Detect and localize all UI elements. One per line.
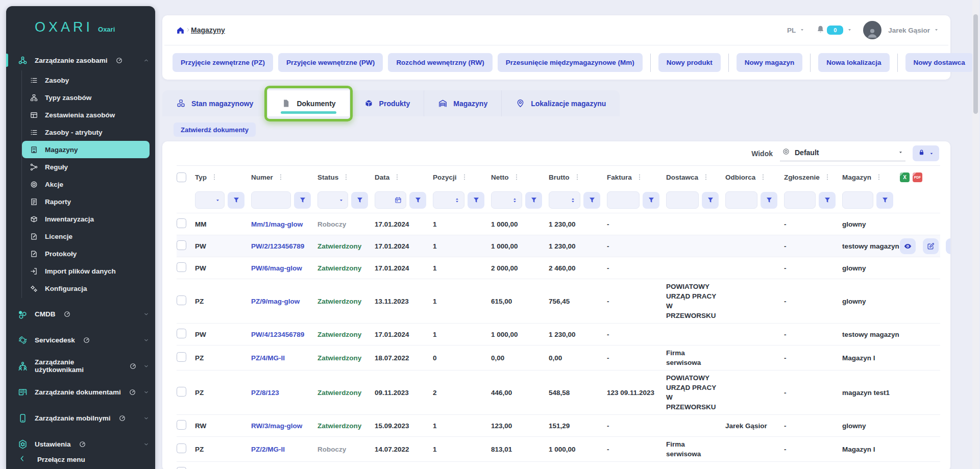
filter-input-brutto[interactable] [549, 191, 580, 209]
menu-toggle[interactable]: Przełącz menu [6, 449, 155, 469]
action-button-przyjęcie-zewnętrzne-pz[interactable]: Przyjęcie zewnętrzne (PZ) [173, 53, 273, 72]
approve-documents-button[interactable]: Zatwierdź dokumenty [174, 122, 256, 137]
row-checkbox[interactable] [177, 262, 186, 272]
lock-button[interactable] [913, 145, 939, 161]
column-header-netto[interactable]: Netto [491, 174, 549, 181]
export-excel-icon[interactable]: X [900, 172, 910, 182]
sidebar-item-zasoby-atrybuty[interactable]: Zasoby - atrybuty [22, 124, 150, 141]
row-checkbox[interactable] [177, 420, 186, 430]
filter-input-status[interactable] [317, 191, 348, 209]
sidebar-item-typy-zasobów[interactable]: Typy zasobów [22, 89, 150, 106]
filter-button-odbiorca[interactable] [761, 192, 777, 209]
column-header-brutto[interactable]: Brutto [549, 174, 607, 181]
notifications-caret-slot[interactable] [847, 26, 852, 35]
filter-button-magazyn[interactable] [876, 192, 893, 209]
column-header-zgłoszenie[interactable]: Zgłoszenie [784, 174, 842, 181]
sidebar-item-zasoby[interactable]: Zasoby [22, 71, 150, 89]
sidebar-item-raporty[interactable]: Raporty [22, 193, 150, 210]
sidebar-section-zarządzanie-zasobami[interactable]: Zarządzanie zasobami [6, 50, 155, 70]
sidebar-item-import-plików-danych[interactable]: Import plików danych [22, 262, 150, 280]
filter-button-faktura[interactable] [643, 192, 659, 209]
tab-produkty[interactable]: Produkty [350, 90, 425, 116]
action-button-nowy-produkt[interactable]: Nowy produkt [658, 53, 721, 72]
filter-input-numer[interactable] [251, 191, 291, 209]
column-header-dostawca[interactable]: Dostawca [666, 174, 725, 181]
row-checkbox[interactable] [177, 387, 186, 397]
action-button-przyjęcie-wewnętrzne-pw[interactable]: Przyjęcie wewnętrzne (PW) [278, 53, 383, 72]
filter-input-pozycji[interactable] [433, 191, 464, 209]
filter-input-zgłoszenie[interactable] [784, 191, 816, 209]
home-button[interactable] [176, 26, 185, 35]
filter-button-numer[interactable] [294, 192, 311, 209]
filter-input-magazyn[interactable] [842, 191, 873, 209]
sidebar-item-protokoły[interactable]: Protokoły [22, 245, 150, 262]
column-header-typ[interactable]: Typ [195, 174, 251, 181]
filter-input-dostawca[interactable] [666, 191, 699, 209]
row-checkbox[interactable] [177, 352, 186, 362]
sidebar-section-zarządzanie-użytkownikami[interactable]: Zarządzanie użytkownikami [6, 356, 155, 376]
logo[interactable]: OXARI Oxari [6, 6, 155, 44]
document-link[interactable]: Mm/1/mag-glow [251, 220, 303, 228]
sidebar-item-zestawienia-zasobów[interactable]: Zestawienia zasobów [22, 106, 150, 124]
export-pdf-icon[interactable]: PDF [913, 172, 922, 182]
table-row[interactable]: RWRW/3/mag-glowZatwierdzony15.09.2023112… [177, 414, 940, 436]
column-header-status[interactable]: Status [317, 174, 375, 181]
table-row[interactable]: PWPW/2/123456789Zatwierdzony17.01.202411… [177, 235, 940, 257]
filter-button-pozycji[interactable] [468, 192, 484, 209]
view-row-button[interactable] [900, 238, 916, 254]
user-menu-caret-slot[interactable] [934, 26, 939, 35]
sidebar-section-cmdb[interactable]: CMDB [6, 304, 155, 324]
language-selector[interactable]: PL [787, 27, 796, 34]
document-link[interactable]: PW/4/123456789 [251, 331, 304, 338]
sidebar-item-inwentaryzacja[interactable]: Inwentaryzacja [22, 210, 150, 228]
row-checkbox[interactable] [177, 329, 186, 338]
column-header-data[interactable]: Data [375, 174, 433, 181]
table-row[interactable]: PZPZ/2/MG-IIRoboczy14.07.20221813,011 00… [177, 436, 940, 461]
document-link[interactable]: PW/2/123456789 [251, 242, 304, 250]
table-row[interactable]: PWPW/4/123456789Zatwierdzony17.01.202411… [177, 323, 940, 345]
action-button-nowy-dostawca[interactable]: Nowy dostawca [905, 53, 973, 72]
action-button-rozchód-wewnętrzny-rw[interactable]: Rozchód wewnętrzny (RW) [388, 53, 492, 72]
tab-magazyny[interactable]: Magazyny [424, 90, 502, 116]
row-checkbox[interactable] [177, 443, 186, 453]
filter-input-typ[interactable] [195, 191, 225, 209]
table-row[interactable]: MMMm/1/mag-glowRoboczy17.01.202411 000,0… [177, 213, 940, 235]
view-select[interactable]: Default [780, 146, 905, 161]
filter-input-data[interactable] [375, 191, 406, 209]
select-all-checkbox[interactable] [177, 172, 186, 182]
sidebar-item-licencje[interactable]: Licencje [22, 228, 150, 245]
notifications-button[interactable]: 0 [816, 24, 843, 36]
breadcrumb-link[interactable]: Magazyny [191, 26, 225, 34]
sidebar-item-konfiguracja[interactable]: Konfiguracja [22, 280, 150, 297]
action-button-nowy-magazyn[interactable]: Nowy magazyn [737, 53, 803, 72]
filter-input-faktura[interactable] [607, 191, 640, 209]
edit-row-button[interactable] [923, 238, 939, 254]
page-scrollbar[interactable] [972, 0, 979, 469]
row-checkbox[interactable] [177, 467, 186, 469]
table-row[interactable]: PZPZ/4/MG-IIZatwierdzony18.07.202200,000… [177, 345, 940, 370]
sidebar-section-zarządzanie-mobilnymi[interactable]: Zarządzanie mobilnymi [6, 408, 155, 428]
column-header-magazyn[interactable]: Magazyn [842, 174, 900, 181]
row-checkbox[interactable] [177, 218, 186, 228]
scrollbar-thumb[interactable] [973, 14, 978, 114]
tab-stan-magazynowy[interactable]: Stan magazynowy [162, 90, 267, 116]
table-row[interactable]: PWPW/6/mag-glowZatwierdzony17.01.202412 … [177, 257, 940, 279]
tab-dokumenty[interactable]: Dokumenty [267, 90, 350, 116]
document-link[interactable]: RW/3/mag-glow [251, 422, 302, 430]
filter-button-zgłoszenie[interactable] [819, 192, 836, 209]
filter-button-status[interactable] [351, 192, 368, 209]
row-checkbox[interactable] [177, 295, 186, 305]
filter-input-odbiorca[interactable] [725, 191, 757, 209]
avatar[interactable] [863, 21, 881, 39]
column-header-faktura[interactable]: Faktura [607, 174, 666, 181]
action-button-nowa-lokalizacja[interactable]: Nowa lokalizacja [818, 53, 889, 72]
sidebar-section-servicedesk[interactable]: Servicedesk [6, 330, 155, 350]
document-link[interactable]: PZ/4/MG-II [251, 354, 285, 362]
table-row[interactable]: PZPZ/9/mag-glowZatwierdzony13.11.2023161… [177, 279, 940, 323]
sidebar-item-reguły[interactable]: Reguły [22, 158, 150, 176]
filter-input-netto[interactable] [491, 191, 522, 209]
table-row[interactable]: PZPZ/8/123Zatwierdzony09.11.20232446,005… [177, 370, 940, 414]
filter-button-typ[interactable] [228, 192, 244, 209]
filter-button-data[interactable] [409, 192, 426, 209]
action-button-przesunięcie-międzymagazynowe-mm[interactable]: Przesunięcie międzymagazynowe (Mm) [498, 53, 643, 72]
